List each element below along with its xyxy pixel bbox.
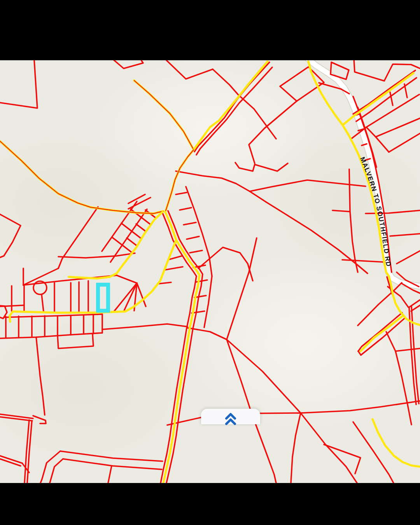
parcel-line <box>117 275 137 283</box>
parcel-line <box>184 222 196 225</box>
bottom-sheet-handle[interactable] <box>201 409 260 424</box>
parcel-line <box>353 422 394 483</box>
phone-screen: MALVERN TO SOUTHFIELD RD <box>0 0 420 525</box>
chevron-double-up-icon <box>224 413 238 426</box>
parcel-line <box>190 250 202 253</box>
letterbox-bottom <box>0 483 420 525</box>
parcel-line <box>354 60 384 81</box>
parcel-line <box>390 92 393 105</box>
parcel-line <box>165 267 183 270</box>
parcel-line <box>0 60 37 108</box>
parcel-line <box>411 305 420 311</box>
letterbox-top <box>0 0 420 60</box>
parcel-line <box>187 236 199 239</box>
parcel-line <box>113 60 143 68</box>
parcel-line <box>180 208 191 210</box>
